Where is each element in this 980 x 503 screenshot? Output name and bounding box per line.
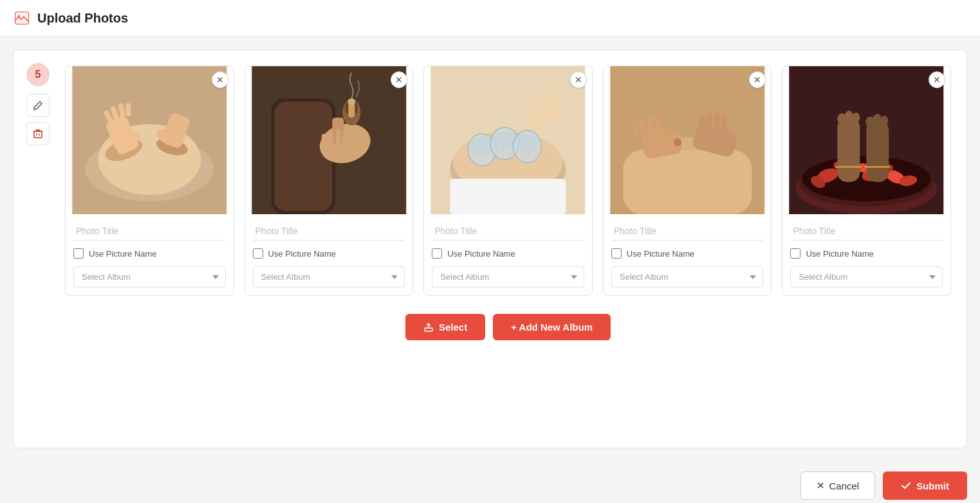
cancel-button[interactable]: ✕ Cancel	[800, 471, 875, 500]
use-picture-name-5: Use Picture Name	[790, 248, 943, 259]
svg-point-58	[674, 138, 681, 146]
use-picture-name-checkbox-3[interactable]	[432, 248, 442, 259]
upload-photos-icon	[13, 9, 31, 27]
use-picture-name-label-5[interactable]: Use Picture Name	[806, 249, 873, 259]
svg-rect-80	[836, 166, 862, 168]
edit-button[interactable]	[26, 94, 50, 117]
sidebar-icons: 5	[26, 63, 50, 145]
photo-card-4: ✕ Use Picture Name Select Album	[603, 66, 772, 296]
page-footer: ✕ Cancel Submit	[0, 461, 980, 503]
use-picture-name-4: Use Picture Name	[611, 248, 764, 259]
photo-card-1: ✕ Use Picture Name Select Album	[65, 66, 234, 296]
use-picture-name-label-2[interactable]: Use Picture Name	[268, 249, 336, 259]
svg-rect-73	[867, 121, 889, 182]
cancel-label: Cancel	[829, 480, 859, 491]
use-picture-name-label-3[interactable]: Use Picture Name	[447, 249, 515, 259]
photo-image-wrapper-4: ✕	[604, 66, 772, 214]
svg-rect-81	[865, 166, 891, 168]
svg-point-25	[347, 98, 355, 105]
svg-rect-44	[450, 179, 566, 214]
photo-card-1-body: Use Picture Name Select Album	[66, 214, 234, 295]
photo-image-wrapper-3: ✕	[424, 66, 592, 214]
photo-card-2: ✕ Use Picture Name Select Album	[245, 66, 414, 296]
remove-photo-5-button[interactable]: ✕	[929, 71, 945, 88]
svg-point-78	[873, 114, 882, 125]
check-icon	[901, 480, 911, 491]
page-header: Upload Photos	[0, 0, 980, 37]
photo-count-badge: 5	[26, 63, 50, 86]
select-album-1[interactable]: Select Album	[73, 266, 226, 288]
select-button[interactable]: Select	[405, 314, 485, 340]
photo-card-4-body: Use Picture Name Select Album	[604, 214, 772, 295]
use-picture-name-1: Use Picture Name	[73, 248, 226, 259]
remove-photo-3-button[interactable]: ✕	[570, 71, 587, 88]
svg-rect-3	[34, 131, 42, 138]
page-title: Upload Photos	[37, 11, 128, 26]
use-picture-name-checkbox-5[interactable]	[790, 248, 800, 259]
svg-rect-28	[336, 129, 340, 147]
svg-rect-56	[714, 113, 719, 131]
use-picture-name-2: Use Picture Name	[253, 248, 405, 259]
svg-point-2	[18, 15, 20, 17]
svg-rect-47	[623, 150, 752, 214]
svg-rect-52	[647, 116, 653, 134]
photo-title-input-5[interactable]	[790, 222, 943, 241]
delete-button[interactable]	[26, 122, 50, 145]
photo-card-2-body: Use Picture Name Select Album	[245, 214, 413, 295]
photo-card-5: ✕ Use Picture Name Select Album	[782, 66, 951, 296]
svg-point-79	[881, 116, 889, 126]
use-picture-name-3: Use Picture Name	[432, 248, 584, 259]
photo-image-wrapper-5: ✕	[782, 66, 950, 214]
svg-rect-19	[274, 102, 332, 211]
photo-image-wrapper-1: ✕	[66, 66, 234, 214]
photo-image-wrapper-2: ✕	[245, 66, 413, 214]
select-album-3[interactable]: Select Album	[432, 266, 584, 288]
use-picture-name-checkbox-4[interactable]	[611, 248, 622, 259]
select-album-2[interactable]: Select Album	[253, 266, 405, 288]
photo-card-5-body: Use Picture Name Select Album	[782, 214, 950, 295]
select-album-5[interactable]: Select Album	[790, 266, 943, 288]
use-picture-name-checkbox-2[interactable]	[253, 248, 263, 259]
submit-button[interactable]: Submit	[883, 471, 967, 500]
main-container: 5	[13, 50, 967, 448]
select-album-4[interactable]: Select Album	[611, 266, 764, 288]
svg-point-34	[470, 137, 494, 156]
photo-card-3: ✕ Use Picture Name Select Album	[423, 66, 593, 296]
photo-title-input-2[interactable]	[253, 222, 405, 241]
upload-icon	[423, 322, 434, 333]
svg-point-38	[515, 134, 539, 153]
photo-title-input-3[interactable]	[432, 222, 584, 241]
photos-grid: ✕ Use Picture Name Select Album	[65, 66, 951, 296]
select-button-label: Select	[439, 322, 467, 333]
submit-label: Submit	[916, 480, 949, 491]
use-picture-name-label-1[interactable]: Use Picture Name	[89, 249, 156, 259]
bottom-actions: Select + Add New Album	[65, 314, 951, 340]
use-picture-name-label-4[interactable]: Use Picture Name	[627, 249, 694, 259]
svg-point-75	[845, 111, 854, 122]
remove-photo-1-button[interactable]: ✕	[212, 71, 228, 88]
photo-title-input-1[interactable]	[73, 222, 226, 241]
cancel-x-icon: ✕	[817, 480, 825, 491]
svg-rect-72	[838, 118, 860, 182]
add-album-label: + Add New Album	[511, 322, 593, 333]
photo-title-input-4[interactable]	[611, 222, 764, 241]
svg-rect-82	[425, 328, 432, 331]
photo-card-3-body: Use Picture Name Select Album	[424, 214, 592, 295]
add-new-album-button[interactable]: + Add New Album	[493, 314, 611, 340]
svg-point-76	[853, 113, 860, 123]
remove-photo-2-button[interactable]: ✕	[391, 71, 407, 88]
use-picture-name-checkbox-1[interactable]	[73, 248, 84, 259]
